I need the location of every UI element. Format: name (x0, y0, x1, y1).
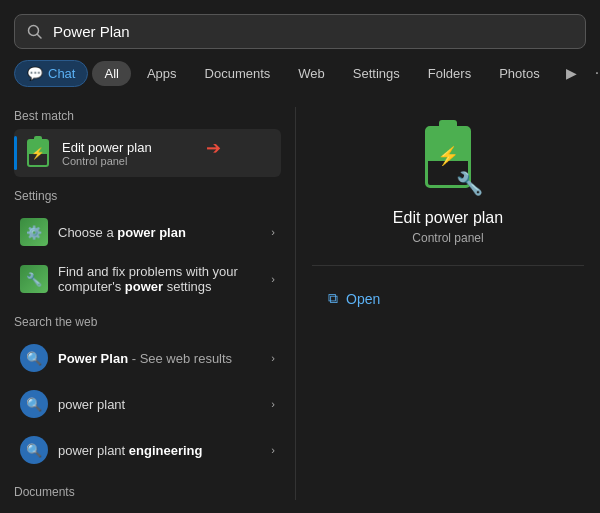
settings-icon-2: 🔧 (20, 265, 48, 293)
search-input[interactable] (53, 23, 573, 40)
tab-folders-label: Folders (428, 66, 471, 81)
open-button[interactable]: ⧉ Open (312, 282, 396, 315)
web-item-1-text: Power Plan - See web results (58, 351, 261, 366)
detail-divider (312, 265, 584, 266)
web-item-3-text: power plant engineering (58, 443, 261, 458)
search-container (0, 0, 600, 49)
best-match-item[interactable]: ⚡ Edit power plan Control panel ➔ (14, 129, 281, 177)
search-icon (27, 24, 43, 40)
tab-photos-label: Photos (499, 66, 539, 81)
documents-section-label: Documents (14, 485, 281, 499)
tab-apps-label: Apps (147, 66, 177, 81)
tab-documents[interactable]: Documents (193, 61, 283, 86)
svg-line-1 (38, 34, 42, 38)
tab-all[interactable]: All (92, 61, 130, 86)
open-label: Open (346, 291, 380, 307)
search-bar (14, 14, 586, 49)
play-button[interactable]: ▶ (560, 61, 583, 85)
open-link-icon: ⧉ (328, 290, 338, 307)
settings-item-2[interactable]: 🔧 Find and fix problems with your comput… (14, 255, 281, 303)
best-match-icon: ⚡ (24, 139, 52, 167)
annotation-arrow: ➔ (206, 137, 221, 159)
detail-subtitle: Control panel (412, 231, 483, 245)
tab-chat-label: Chat (48, 66, 75, 81)
tab-all-label: All (104, 66, 118, 81)
chevron-icon-5: › (271, 444, 275, 456)
best-match-title: Edit power plan (62, 140, 152, 155)
best-match-subtitle: Control panel (62, 155, 152, 167)
web-search-icon-2: 🔍 (20, 390, 48, 418)
tab-folders[interactable]: Folders (416, 61, 483, 86)
tab-web[interactable]: Web (286, 61, 337, 86)
chevron-icon-4: › (271, 398, 275, 410)
web-search-icon-1: 🔍 (20, 344, 48, 372)
selection-accent (14, 136, 17, 170)
best-match-label: Best match (14, 109, 281, 123)
web-item-1[interactable]: 🔍 Power Plan - See web results › (14, 335, 281, 381)
tab-settings[interactable]: Settings (341, 61, 412, 86)
settings-section-label: Settings (14, 189, 281, 203)
web-search-icon-3: 🔍 (20, 436, 48, 464)
tab-apps[interactable]: Apps (135, 61, 189, 86)
chat-icon: 💬 (27, 66, 43, 81)
best-match-text: Edit power plan Control panel (62, 140, 152, 167)
tab-documents-label: Documents (205, 66, 271, 81)
web-item-2[interactable]: 🔍 power plant › (14, 381, 281, 427)
left-panel: Best match ⚡ Edit power plan Control pan… (0, 97, 295, 500)
more-button[interactable]: ··· (587, 60, 600, 86)
main-content: Best match ⚡ Edit power plan Control pan… (0, 97, 600, 500)
tab-photos[interactable]: Photos (487, 61, 551, 86)
chevron-icon-1: › (271, 226, 275, 238)
web-section-label: Search the web (14, 315, 281, 329)
wrench-icon: 🔧 (456, 171, 483, 197)
detail-icon-container: ⚡ 🔧 (413, 117, 483, 197)
right-panel: ⚡ 🔧 Edit power plan Control panel ⧉ Open (296, 97, 600, 500)
web-item-2-text: power plant (58, 397, 261, 412)
settings-item-1-text: Choose a power plan (58, 225, 261, 240)
tabs-row: 💬 Chat All Apps Documents Web Settings F… (0, 49, 600, 87)
settings-icon-1: ⚙️ (20, 218, 48, 246)
tab-chat[interactable]: 💬 Chat (14, 60, 88, 87)
detail-title: Edit power plan (393, 209, 503, 227)
web-item-3[interactable]: 🔍 power plant engineering › (14, 427, 281, 473)
settings-item-1[interactable]: ⚙️ Choose a power plan › (14, 209, 281, 255)
tab-settings-label: Settings (353, 66, 400, 81)
chevron-icon-3: › (271, 352, 275, 364)
tab-web-label: Web (298, 66, 325, 81)
settings-item-2-text: Find and fix problems with your computer… (58, 264, 261, 294)
chevron-icon-2: › (271, 273, 275, 285)
